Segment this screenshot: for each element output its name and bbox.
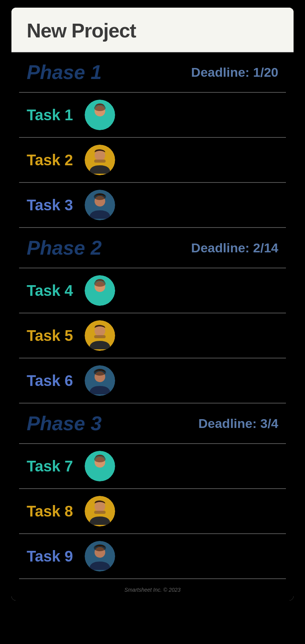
task-9-label: Task 9 (27, 548, 73, 565)
svg-point-2 (94, 105, 106, 111)
task-1-avatar (85, 100, 115, 130)
svg-point-26 (94, 544, 106, 551)
task-2-label: Task 2 (27, 152, 73, 169)
task-7-row: Task 7 (11, 444, 294, 488)
svg-point-8 (94, 193, 106, 200)
phase-1-row: Phase 1 Deadline: 1/20 (11, 52, 294, 92)
task-6-avatar (85, 365, 115, 396)
task-5-label: Task 5 (27, 327, 73, 344)
phase-1-label: Phase 1 (27, 61, 102, 84)
phase-3-label: Phase 3 (27, 412, 102, 435)
svg-point-17 (94, 369, 106, 376)
task-6-row: Task 6 (11, 358, 294, 403)
phase-1-deadline: Deadline: 1/20 (191, 65, 278, 80)
task-1-label: Task 1 (27, 107, 73, 124)
task-3-row: Task 3 (11, 183, 294, 227)
task-3-avatar (85, 190, 115, 220)
phase-2-label: Phase 2 (27, 236, 102, 259)
task-4-row: Task 4 (11, 268, 294, 313)
svg-point-20 (94, 456, 106, 462)
svg-rect-23 (94, 511, 106, 514)
task-8-row: Task 8 (11, 489, 294, 533)
project-header: New Project (11, 8, 294, 52)
task-3-label: Task 3 (27, 197, 73, 214)
task-8-label: Task 8 (27, 503, 73, 520)
task-9-row: Task 9 (11, 534, 294, 578)
phase-2-row: Phase 2 Deadline: 2/14 (11, 228, 294, 268)
task-4-label: Task 4 (27, 282, 73, 299)
task-5-row: Task 5 (11, 313, 294, 358)
footer-text: Smartsheet Inc. © 2023 (124, 587, 180, 593)
task-7-avatar (85, 451, 115, 481)
task-2-avatar (85, 145, 115, 175)
svg-point-4 (95, 150, 105, 161)
svg-point-11 (94, 281, 106, 287)
project-content: Phase 1 Deadline: 1/20 Task 1 Task 2 (11, 52, 294, 579)
phase-3-row: Phase 3 Deadline: 3/4 (11, 404, 294, 443)
project-title: New Project (27, 19, 278, 42)
task-6-label: Task 6 (27, 372, 73, 389)
phase-3-deadline: Deadline: 3/4 (198, 416, 278, 431)
svg-rect-5 (94, 160, 106, 163)
task-1-row: Task 1 (11, 93, 294, 137)
footer: Smartsheet Inc. © 2023 (11, 579, 294, 600)
svg-rect-14 (94, 335, 106, 338)
task-9-avatar (85, 541, 115, 571)
svg-point-13 (95, 326, 105, 336)
svg-point-22 (95, 501, 105, 512)
task-4-avatar (85, 275, 115, 306)
task-7-label: Task 7 (27, 458, 73, 475)
task-2-row: Task 2 (11, 138, 294, 182)
phase-2-deadline: Deadline: 2/14 (191, 240, 278, 255)
task-5-avatar (85, 320, 115, 351)
task-8-avatar (85, 496, 115, 526)
project-card: New Project Phase 1 Deadline: 1/20 Task … (11, 8, 294, 600)
